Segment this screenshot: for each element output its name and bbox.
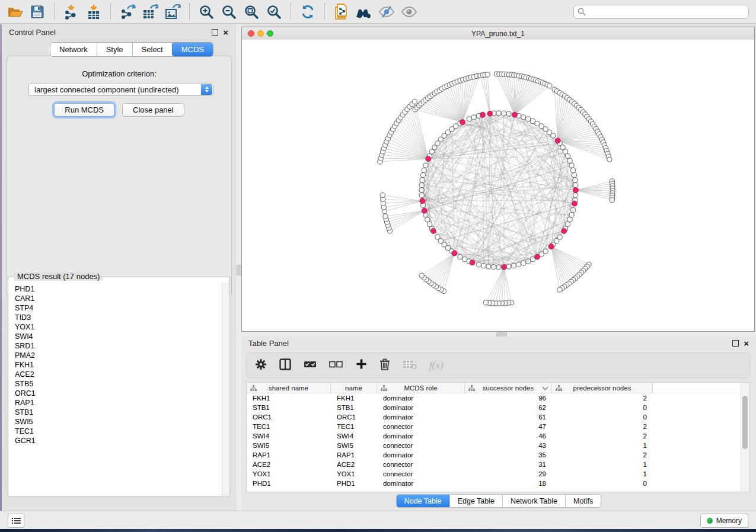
column-header-shared-name[interactable]: shared name	[247, 383, 331, 393]
table-row[interactable]: YOX1YOX1connector291	[247, 469, 741, 479]
close-icon[interactable]: ×	[744, 339, 749, 348]
mcds-result-item[interactable]: TEC1	[15, 427, 222, 436]
table-settings-button[interactable]	[255, 358, 267, 373]
column-header-successor-nodes[interactable]: successor nodes	[465, 383, 552, 393]
memory-button[interactable]: Memory	[700, 514, 748, 528]
mcds-result-item[interactable]: ACE2	[15, 370, 222, 379]
mcds-result-item[interactable]: RAP1	[15, 398, 222, 408]
table-row[interactable]: SWI4SWI4dominator462	[247, 431, 741, 441]
mcds-result-list[interactable]: PHD1CAR1STP4TID3YOX1SWI4SRD1PMA2FKH1ACE2…	[9, 283, 222, 496]
mcds-result-item[interactable]: YOX1	[15, 322, 222, 332]
float-window-icon[interactable]	[212, 29, 218, 36]
delete-table-button[interactable]	[403, 359, 417, 372]
cell: SWI5	[247, 442, 331, 449]
mcds-result-item[interactable]: STP4	[15, 303, 222, 313]
new-network-from-selection-button[interactable]	[332, 2, 351, 21]
tab-node-table[interactable]: Node Table	[397, 495, 449, 507]
show-all-button[interactable]	[400, 2, 419, 21]
table-scrollbar[interactable]	[741, 383, 749, 492]
first-neighbors-button[interactable]	[355, 2, 374, 21]
tab-mcds[interactable]: MCDS	[172, 43, 213, 56]
mcds-result-item[interactable]: PHD1	[15, 284, 222, 294]
mcds-result-item[interactable]: STB1	[15, 408, 222, 417]
table-row[interactable]: ORC1ORC1dominator610	[247, 412, 741, 422]
tab-select[interactable]: Select	[132, 43, 172, 56]
apply-layout-button[interactable]	[298, 2, 317, 21]
shared-column-icon	[250, 385, 257, 392]
tab-network[interactable]: Network	[50, 43, 97, 56]
cell: 2	[552, 395, 653, 402]
scrollbar-thumb[interactable]	[742, 396, 748, 449]
mcds-result-item[interactable]: SRD1	[15, 341, 222, 351]
mcds-result-item[interactable]: GCR1	[15, 436, 222, 446]
column-header-MCDS-role[interactable]: MCDS role	[377, 383, 465, 393]
optimization-criterion-select[interactable]: largest connected component (undirected)	[28, 83, 213, 96]
network-canvas[interactable]	[242, 40, 754, 331]
window-minimize-button[interactable]	[257, 30, 264, 37]
mcds-result-item[interactable]: ORC1	[15, 389, 222, 398]
cell: 61	[465, 414, 552, 421]
cell: dominator	[377, 404, 465, 411]
network-window-titlebar: YPA_prune.txt_1	[242, 27, 754, 40]
open-session-button[interactable]	[5, 2, 24, 21]
column-header-predecessor-nodes[interactable]: predecessor nodes	[552, 383, 653, 393]
function-builder-button[interactable]: f(x)	[429, 360, 444, 371]
mcds-result-item[interactable]: STB5	[15, 379, 222, 389]
add-column-button[interactable]	[356, 358, 367, 372]
network-view-window: YPA_prune.txt_1	[241, 27, 755, 332]
export-table-button[interactable]	[141, 2, 160, 21]
zoom-fit-button[interactable]	[242, 2, 261, 21]
window-close-button[interactable]	[248, 30, 254, 37]
export-image-button[interactable]	[163, 2, 182, 21]
zoom-in-button[interactable]	[197, 2, 216, 21]
horizontal-splitter[interactable]	[241, 332, 756, 336]
cell: ORC1	[331, 414, 377, 421]
cell: 1	[552, 461, 653, 468]
zoom-out-button[interactable]	[219, 2, 238, 21]
table-row[interactable]: ACE2ACE2connector311	[247, 460, 741, 469]
delete-column-button[interactable]	[379, 358, 390, 373]
table-row[interactable]: PHD1PHD1dominator180	[247, 479, 741, 488]
mcds-result-item[interactable]: CAR1	[15, 294, 222, 303]
table-row[interactable]: FKH1FKH1dominator962	[247, 393, 741, 403]
mcds-result-item[interactable]: SWI4	[15, 332, 222, 341]
tab-style[interactable]: Style	[97, 43, 132, 56]
mcds-list-scrollbar[interactable]	[222, 283, 229, 496]
window-maximize-button[interactable]	[267, 30, 273, 37]
run-mcds-button[interactable]: Run MCDS	[54, 103, 114, 117]
mcds-result-item[interactable]: FKH1	[15, 360, 222, 370]
float-window-icon[interactable]	[732, 340, 739, 347]
column-header-name[interactable]: name	[331, 383, 377, 393]
task-history-button[interactable]	[8, 514, 24, 528]
tab-network-table[interactable]: Network Table	[502, 495, 565, 507]
tab-edge-table[interactable]: Edge Table	[449, 495, 502, 507]
show-columns-button[interactable]	[279, 358, 291, 373]
import-network-button[interactable]	[62, 2, 81, 21]
save-session-button[interactable]	[28, 2, 47, 21]
deselect-all-rows-button[interactable]	[329, 360, 343, 371]
hide-selected-button[interactable]	[377, 2, 396, 21]
zoom-selected-icon	[266, 4, 282, 20]
close-panel-button[interactable]: Close panel	[122, 103, 184, 117]
mcds-result-item[interactable]: TID3	[15, 313, 222, 322]
cell: ACE2	[331, 461, 377, 468]
mcds-result-item[interactable]: SWI5	[15, 417, 222, 427]
table-row[interactable]: SWI5SWI5connector431	[247, 441, 741, 450]
zoom-selected-button[interactable]	[264, 2, 283, 21]
export-network-button[interactable]	[118, 2, 137, 21]
table-panel: Table Panel × f(x) shared namenameMCDS r…	[241, 336, 756, 511]
import-table-icon	[86, 4, 101, 20]
mcds-result-item[interactable]: PMA2	[15, 351, 222, 360]
close-icon[interactable]: ×	[223, 28, 228, 37]
table-body[interactable]: FKH1FKH1dominator962STB1STB1dominator620…	[247, 393, 741, 492]
cell: 2	[552, 451, 653, 459]
select-all-rows-button[interactable]	[304, 360, 317, 371]
import-table-button[interactable]	[84, 2, 103, 21]
export-table-icon	[142, 4, 158, 20]
table-row[interactable]: STB1STB1dominator620	[247, 403, 741, 412]
table-row[interactable]: RAP1RAP1dominator352	[247, 450, 741, 460]
search-input[interactable]	[573, 5, 749, 19]
cell: 2	[552, 423, 653, 430]
table-row[interactable]: TEC1TEC1connector472	[247, 422, 741, 431]
tab-motifs[interactable]: Motifs	[565, 495, 601, 507]
